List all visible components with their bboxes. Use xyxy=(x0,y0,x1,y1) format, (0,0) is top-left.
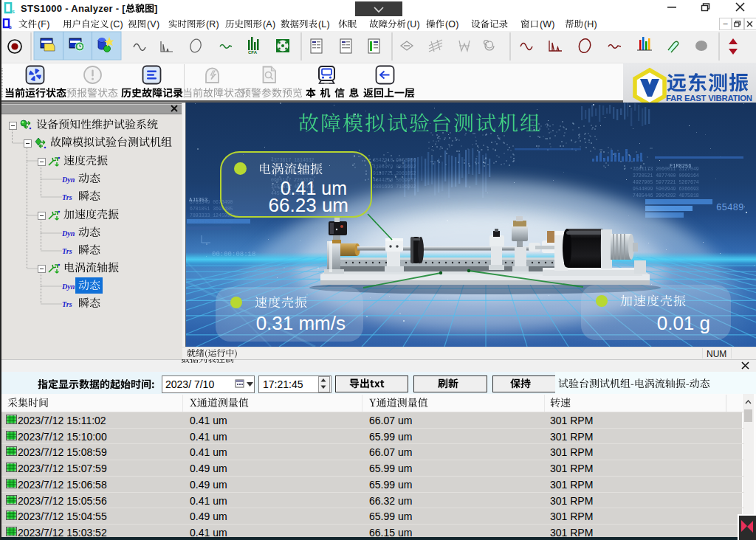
svg-text:65489: 65489 xyxy=(716,203,744,213)
svg-text:s: s xyxy=(9,24,12,30)
svg-text:4844260 5069907: 4844260 5069907 xyxy=(373,178,416,183)
svg-text:7405446 2904292 4875818: 7405446 2904292 4875818 xyxy=(633,193,699,198)
svg-text:3542910 6868906: 3542910 6868906 xyxy=(373,158,416,163)
svg-text:7893333 1245995: 7893333 1245995 xyxy=(190,213,233,218)
svg-text:CFA: CFA xyxy=(248,50,258,55)
svg-text:3720521 4877400 0009164: 3720521 4877400 0009164 xyxy=(633,173,699,179)
svg-text:4100379 0889692: 4100379 0889692 xyxy=(373,165,416,170)
svg-text:9544099 5902949 6366693: 9544099 5902949 6366693 xyxy=(633,187,699,192)
svg-text:AJ1353: AJ1353 xyxy=(189,197,207,203)
svg-text:4927905 5977221 5267674: 4927905 5977221 5267674 xyxy=(633,180,699,185)
svg-text:s: s xyxy=(12,9,15,14)
svg-text:F1R8256: F1R8256 xyxy=(670,163,691,169)
svg-text:9130721 2061052: 9130721 2061052 xyxy=(373,171,416,176)
